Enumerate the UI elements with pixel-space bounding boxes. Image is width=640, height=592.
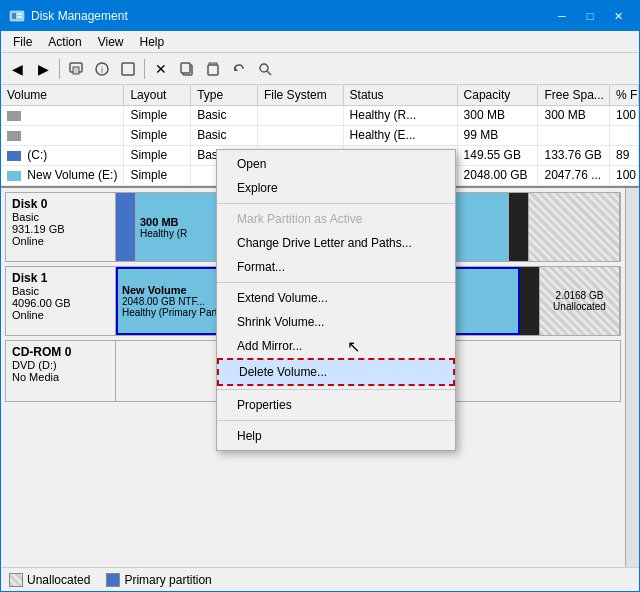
help-button[interactable] bbox=[116, 57, 140, 81]
svg-line-15 bbox=[267, 71, 271, 75]
cell-pct-2 bbox=[610, 126, 639, 145]
menu-view[interactable]: View bbox=[90, 34, 132, 50]
disk-0-system-partition[interactable] bbox=[116, 193, 136, 261]
cell-volume-2 bbox=[1, 126, 124, 145]
cell-capacity-1: 300 MB bbox=[458, 106, 539, 125]
close-button[interactable]: ✕ bbox=[605, 6, 631, 26]
properties-button[interactable]: i bbox=[90, 57, 114, 81]
menu-bar: File Action View Help bbox=[1, 31, 639, 53]
menu-file[interactable]: File bbox=[5, 34, 40, 50]
table-row[interactable]: Simple Basic Healthy (E... 99 MB bbox=[1, 126, 639, 146]
delete-button[interactable]: ✕ bbox=[149, 57, 173, 81]
ctx-properties[interactable]: Properties bbox=[217, 393, 455, 417]
title-bar: Disk Management ─ □ ✕ bbox=[1, 1, 639, 31]
col-header-pct: % F bbox=[610, 85, 639, 105]
menu-help[interactable]: Help bbox=[132, 34, 173, 50]
ctx-mark-active: Mark Partition as Active bbox=[217, 207, 455, 231]
legend-primary-label: Primary partition bbox=[124, 573, 211, 587]
ctx-change-letter[interactable]: Change Drive Letter and Paths... bbox=[217, 231, 455, 255]
disk-0-recovery-partition[interactable]: 300 MB Healthy (R bbox=[136, 193, 226, 261]
col-header-capacity: Capacity bbox=[458, 85, 539, 105]
ctx-shrink[interactable]: Shrink Volume... bbox=[217, 310, 455, 334]
cell-free-3: 133.76 GB bbox=[538, 146, 610, 165]
cell-status-1: Healthy (R... bbox=[344, 106, 458, 125]
table-header: Volume Layout Type File System Status Ca… bbox=[1, 85, 639, 106]
app-icon bbox=[9, 8, 25, 24]
cell-type-2: Basic bbox=[191, 126, 258, 145]
legend-primary: Primary partition bbox=[106, 573, 211, 587]
cdrom-0-status: No Media bbox=[12, 371, 109, 383]
disk-0-unallocated[interactable] bbox=[529, 193, 620, 261]
main-window: Disk Management ─ □ ✕ File Action View H… bbox=[0, 0, 640, 592]
disk-1-size: 4096.00 GB bbox=[12, 297, 109, 309]
cell-layout-4: Simple bbox=[124, 166, 191, 185]
col-header-status: Status bbox=[344, 85, 458, 105]
disk-scrollbar[interactable] bbox=[625, 188, 639, 567]
cell-capacity-4: 2048.00 GB bbox=[458, 166, 539, 185]
disk-1-name: Disk 1 bbox=[12, 271, 109, 285]
svg-rect-2 bbox=[17, 13, 22, 15]
disk-0-black-bar bbox=[509, 193, 529, 261]
window-title: Disk Management bbox=[31, 9, 128, 23]
undo-button[interactable] bbox=[227, 57, 251, 81]
ctx-format[interactable]: Format... bbox=[217, 255, 455, 279]
svg-point-14 bbox=[260, 64, 268, 72]
cell-type-1: Basic bbox=[191, 106, 258, 125]
legend-primary-box bbox=[106, 573, 120, 587]
disk-1-label: Disk 1 Basic 4096.00 GB Online bbox=[6, 267, 116, 335]
cell-free-4: 2047.76 ... bbox=[538, 166, 610, 185]
ctx-explore[interactable]: Explore bbox=[217, 176, 455, 200]
cell-pct-4: 100 bbox=[610, 166, 639, 185]
cell-volume-4: New Volume (E:) bbox=[1, 166, 124, 185]
svg-rect-5 bbox=[73, 67, 79, 74]
ctx-separator-2 bbox=[217, 282, 455, 283]
status-bar: Unallocated Primary partition bbox=[1, 567, 639, 591]
cell-pct-3: 89 bbox=[610, 146, 639, 165]
cell-layout-3: Simple bbox=[124, 146, 191, 165]
maximize-button[interactable]: □ bbox=[577, 6, 603, 26]
ctx-add-mirror[interactable]: Add Mirror... bbox=[217, 334, 455, 358]
disk-1-unallocated[interactable]: 2.0168 GB Unallocated bbox=[540, 267, 620, 335]
disk-0-size: 931.19 GB bbox=[12, 223, 109, 235]
up-button[interactable] bbox=[64, 57, 88, 81]
menu-action[interactable]: Action bbox=[40, 34, 89, 50]
ctx-separator-1 bbox=[217, 203, 455, 204]
toolbar: ◀ ▶ i ✕ bbox=[1, 53, 639, 85]
cdrom-0-type: DVD (D:) bbox=[12, 359, 109, 371]
svg-rect-8 bbox=[122, 63, 134, 75]
cell-fs-1 bbox=[258, 106, 344, 125]
col-header-fs: File System bbox=[258, 85, 344, 105]
paste-button[interactable] bbox=[201, 57, 225, 81]
ctx-delete-volume[interactable]: Delete Volume... bbox=[217, 358, 455, 386]
forward-button[interactable]: ▶ bbox=[31, 57, 55, 81]
col-header-layout: Layout bbox=[124, 85, 191, 105]
disk-0-label: Disk 0 Basic 931.19 GB Online bbox=[6, 193, 116, 261]
svg-rect-1 bbox=[12, 13, 16, 19]
toolbar-separator-2 bbox=[144, 59, 145, 79]
disk-0-type: Basic bbox=[12, 211, 109, 223]
svg-rect-12 bbox=[208, 65, 218, 75]
col-header-type: Type bbox=[191, 85, 258, 105]
disk-1-type: Basic bbox=[12, 285, 109, 297]
ctx-open[interactable]: Open bbox=[217, 152, 455, 176]
cell-layout-2: Simple bbox=[124, 126, 191, 145]
ctx-help[interactable]: Help bbox=[217, 424, 455, 448]
cell-capacity-3: 149.55 GB bbox=[458, 146, 539, 165]
cdrom-0-name: CD-ROM 0 bbox=[12, 345, 109, 359]
disk-1-status: Online bbox=[12, 309, 109, 321]
copy-button[interactable] bbox=[175, 57, 199, 81]
cell-free-1: 300 MB bbox=[538, 106, 610, 125]
disk-0-status: Online bbox=[12, 235, 109, 247]
back-button[interactable]: ◀ bbox=[5, 57, 29, 81]
ctx-separator-4 bbox=[217, 420, 455, 421]
legend-unallocated-label: Unallocated bbox=[27, 573, 90, 587]
cell-volume-3: (C:) bbox=[1, 146, 124, 165]
table-row[interactable]: Simple Basic Healthy (R... 300 MB 300 MB… bbox=[1, 106, 639, 126]
minimize-button[interactable]: ─ bbox=[549, 6, 575, 26]
cell-pct-1: 100 bbox=[610, 106, 639, 125]
search-button[interactable] bbox=[253, 57, 277, 81]
disk-0-name: Disk 0 bbox=[12, 197, 109, 211]
ctx-extend[interactable]: Extend Volume... bbox=[217, 286, 455, 310]
svg-rect-3 bbox=[17, 16, 22, 18]
ctx-separator-3 bbox=[217, 389, 455, 390]
